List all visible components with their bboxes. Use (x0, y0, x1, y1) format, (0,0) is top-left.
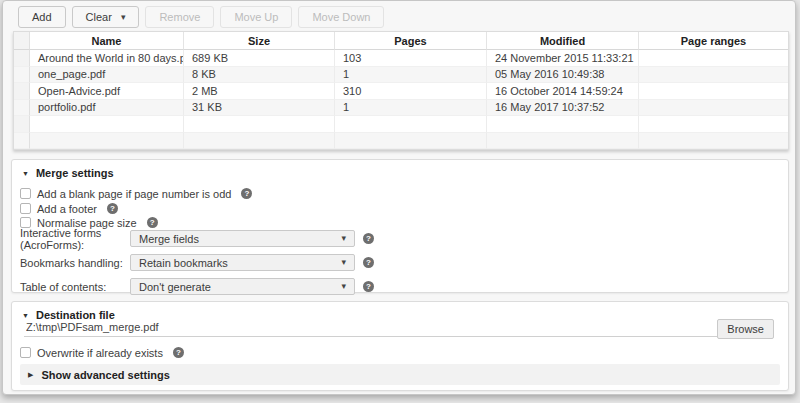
help-icon[interactable]: ? (173, 347, 184, 358)
chevron-down-icon: ▾ (341, 282, 346, 291)
cell-pages[interactable]: 1 (335, 100, 487, 117)
help-icon[interactable]: ? (363, 281, 374, 292)
empty-cell (639, 133, 788, 150)
move-down-button[interactable]: Move Down (298, 6, 384, 28)
toc-label: Table of contents: (20, 281, 130, 293)
row-handle-cell (14, 133, 30, 150)
bookmarks-select[interactable]: Retain bookmarks ▾ (130, 254, 355, 271)
empty-cell (335, 116, 487, 133)
cell-name[interactable]: portfolio.pdf (30, 100, 184, 117)
cell-modified[interactable]: 16 October 2014 14:59:24 (487, 83, 639, 100)
column-header-page-ranges[interactable]: Page ranges (639, 32, 788, 50)
move-up-button[interactable]: Move Up (220, 6, 292, 28)
cell-page-ranges[interactable] (639, 50, 788, 67)
file-table: Name Size Pages Modified Page ranges Aro… (13, 31, 789, 150)
destination-panel: ▼ Destination file Browse Overwrite if a… (11, 301, 789, 391)
acroforms-selected-value: Merge fields (139, 233, 341, 245)
cell-page-ranges[interactable] (639, 67, 788, 84)
cell-name[interactable]: Around the World in 80 days.pdf (30, 50, 184, 67)
cell-modified[interactable]: 16 May 2017 10:37:52 (487, 100, 639, 117)
remove-button[interactable]: Remove (145, 6, 214, 28)
bookmarks-row: Bookmarks handling: Retain bookmarks ▾ ? (20, 254, 374, 271)
column-header-pages[interactable]: Pages (335, 32, 487, 50)
toc-row: Table of contents: Don't generate ▾ ? (20, 278, 374, 295)
empty-cell (30, 116, 184, 133)
empty-cell (184, 133, 335, 150)
cell-modified[interactable]: 24 November 2015 11:33:21 (487, 50, 639, 67)
footer-label: Add a footer (37, 203, 97, 215)
table-row[interactable]: Open-Advice.pdf 2 MB 310 16 October 2014… (14, 83, 788, 100)
browse-button[interactable]: Browse (717, 319, 774, 339)
merge-settings-panel: ▼ Merge settings Add a blank page if pag… (11, 159, 789, 293)
cell-page-ranges[interactable] (639, 83, 788, 100)
footer-checkbox[interactable] (20, 203, 31, 214)
toc-selected-value: Don't generate (139, 281, 341, 293)
blank-page-checkbox[interactable] (20, 188, 31, 199)
cell-pages[interactable]: 1 (335, 67, 487, 84)
column-header-name[interactable]: Name (30, 32, 184, 50)
empty-cell (487, 116, 639, 133)
row-handle-cell (14, 67, 30, 84)
blank-page-label: Add a blank page if page number is odd (37, 188, 231, 200)
advanced-settings-label: Show advanced settings (41, 369, 169, 381)
empty-cell (184, 116, 335, 133)
help-icon[interactable]: ? (107, 203, 118, 214)
column-header-modified[interactable]: Modified (487, 32, 639, 50)
cell-size[interactable]: 689 KB (184, 50, 335, 67)
acroforms-select[interactable]: Merge fields ▾ (130, 230, 355, 247)
table-row[interactable]: Around the World in 80 days.pdf 689 KB 1… (14, 50, 788, 67)
destination-path-input[interactable] (24, 320, 737, 337)
cell-name[interactable]: Open-Advice.pdf (30, 83, 184, 100)
pdfsam-merge-window: Add Clear ▾ Remove Move Up Move Down Nam… (2, 0, 796, 395)
clear-button[interactable]: Clear ▾ (72, 6, 140, 28)
collapse-triangle-icon: ▼ (22, 312, 29, 319)
clear-button-label: Clear (86, 11, 112, 23)
chevron-down-icon[interactable]: ▾ (121, 13, 126, 22)
acroforms-row: Interactive forms (AcroForms): Merge fie… (20, 230, 374, 247)
table-empty-row (14, 133, 788, 150)
expand-triangle-icon: ▶ (28, 371, 33, 378)
chevron-down-icon: ▾ (341, 234, 346, 243)
add-button[interactable]: Add (18, 6, 66, 28)
overwrite-checkbox[interactable] (20, 347, 31, 358)
empty-cell (639, 116, 788, 133)
table-row[interactable]: one_page.pdf 8 KB 1 05 May 2016 10:49:38 (14, 67, 788, 84)
table-empty-row (14, 116, 788, 133)
show-advanced-settings[interactable]: ▶ Show advanced settings (20, 364, 780, 385)
bookmarks-selected-value: Retain bookmarks (139, 257, 341, 269)
selection-column-header (14, 32, 30, 50)
blank-page-option-row: Add a blank page if page number is odd ? (20, 187, 252, 200)
help-icon[interactable]: ? (363, 233, 374, 244)
chevron-down-icon: ▾ (341, 258, 346, 267)
footer-option-row: Add a footer ? (20, 202, 118, 215)
merge-settings-title: Merge settings (36, 167, 114, 179)
cell-modified[interactable]: 05 May 2016 10:49:38 (487, 67, 639, 84)
row-handle-cell (14, 83, 30, 100)
table-row[interactable]: portfolio.pdf 31 KB 1 16 May 2017 10:37:… (14, 100, 788, 117)
cell-size[interactable]: 8 KB (184, 67, 335, 84)
acroforms-label: Interactive forms (AcroForms): (20, 227, 130, 251)
toolbar: Add Clear ▾ Remove Move Up Move Down (18, 6, 384, 28)
help-icon[interactable]: ? (363, 257, 374, 268)
cell-pages[interactable]: 103 (335, 50, 487, 67)
cell-page-ranges[interactable] (639, 100, 788, 117)
bookmarks-label: Bookmarks handling: (20, 257, 130, 269)
overwrite-option-row: Overwrite if already exists ? (20, 346, 184, 359)
column-header-size[interactable]: Size (184, 32, 335, 50)
empty-cell (335, 133, 487, 150)
collapse-triangle-icon: ▼ (22, 170, 29, 177)
toc-select[interactable]: Don't generate ▾ (130, 278, 355, 295)
cell-pages[interactable]: 310 (335, 83, 487, 100)
cell-size[interactable]: 2 MB (184, 83, 335, 100)
empty-cell (30, 133, 184, 150)
row-handle-cell (14, 50, 30, 67)
empty-cell (487, 133, 639, 150)
cell-size[interactable]: 31 KB (184, 100, 335, 117)
cell-name[interactable]: one_page.pdf (30, 67, 184, 84)
help-icon[interactable]: ? (147, 217, 158, 228)
row-handle-cell (14, 100, 30, 117)
merge-settings-header[interactable]: ▼ Merge settings (22, 167, 114, 179)
help-icon[interactable]: ? (241, 188, 252, 199)
overwrite-label: Overwrite if already exists (37, 347, 163, 359)
row-handle-cell (14, 116, 30, 133)
